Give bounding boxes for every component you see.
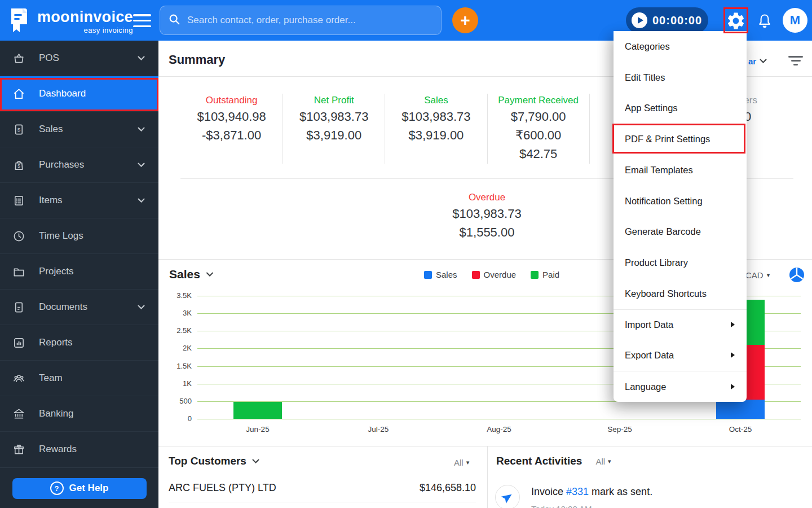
sidebar-item-label: Team xyxy=(39,373,63,384)
x-axis-label: Jul-25 xyxy=(318,425,439,433)
y-tick-label: 2K xyxy=(162,344,192,352)
sales-chart-title: Sales xyxy=(169,268,200,281)
menu-item-app-settings[interactable]: App Settings xyxy=(614,93,747,124)
sidebar-item-dashboard[interactable]: Dashboard xyxy=(0,76,158,112)
submenu-arrow-icon xyxy=(730,350,735,361)
filter-label: All xyxy=(454,458,464,467)
sidebar-item-banking[interactable]: Banking xyxy=(0,396,158,432)
menu-item-edit-titles[interactable]: Edit Titles xyxy=(614,62,747,93)
sidebar-item-items[interactable]: Items xyxy=(0,183,158,218)
metric-value: ₹600.00 xyxy=(488,126,589,144)
top-customer-row[interactable]: ARC FUELS (PTY) LTD $146,658.10 xyxy=(169,482,476,502)
legend-item-sales: Sales xyxy=(424,270,457,279)
activity-item[interactable]: Invoice #331 mark as sent. Today 12:00 A… xyxy=(495,485,652,508)
currency-dropdown[interactable]: CAD ▾ xyxy=(745,270,770,280)
settings-gear-icon[interactable] xyxy=(726,11,746,31)
gridline xyxy=(197,419,801,419)
metric-outstanding: Outstanding $103,940.98 -$3,871.00 xyxy=(180,94,283,164)
metric-label: Sales xyxy=(385,94,487,107)
menu-item-notification-setting[interactable]: Notification Setting xyxy=(614,186,747,217)
menu-item-generate-barcode[interactable]: Generate Barcode xyxy=(614,217,747,248)
quick-add-button[interactable]: + xyxy=(452,7,478,33)
chevron-down-icon xyxy=(138,301,145,313)
chevron-down-icon xyxy=(138,124,145,135)
timer-widget[interactable]: 00:00:00 xyxy=(626,7,708,33)
filter-icon[interactable] xyxy=(788,56,803,65)
sidebar-item-label: Purchases xyxy=(39,159,84,170)
metric-value: $7,790.00 xyxy=(488,107,589,126)
sidebar-item-pos[interactable]: POS xyxy=(0,41,158,76)
chevron-down-icon xyxy=(138,159,145,170)
sidebar-item-label: Dashboard xyxy=(39,88,86,99)
bar-segment-sales-Oct-25[interactable] xyxy=(716,400,765,419)
invoice-link[interactable]: #331 xyxy=(566,486,589,497)
legend-label: Overdue xyxy=(484,270,517,279)
settings-dropdown-menu: Categories Edit Titles App Settings PDF … xyxy=(614,31,747,402)
sidebar-item-purchases[interactable]: $ Purchases xyxy=(0,147,158,183)
svg-text:$: $ xyxy=(17,164,20,169)
metric-value: -$3,871.00 xyxy=(180,126,283,144)
y-tick-label: 3K xyxy=(162,309,192,317)
sidebar-item-label: Sales xyxy=(39,124,63,135)
x-axis-label: Sep-25 xyxy=(559,425,680,433)
metric-value: $103,940.98 xyxy=(180,107,283,126)
sidebar-item-label: Reports xyxy=(39,337,73,348)
y-tick-label: 0 xyxy=(162,414,192,423)
period-dropdown[interactable]: ar xyxy=(748,56,767,66)
invoice-logo-icon xyxy=(8,7,32,36)
menu-item-keyboard-shortcuts[interactable]: Keyboard Shortcuts xyxy=(614,278,747,309)
activity-text: Invoice #331 mark as sent. xyxy=(531,486,652,498)
divider xyxy=(158,446,812,446)
sidebar-item-rewards[interactable]: Rewards xyxy=(0,432,158,467)
summary-title: Summary xyxy=(169,52,225,67)
sidebar-item-documents[interactable]: Documents xyxy=(0,290,158,325)
brand-logo[interactable]: mooninvoice easy invoicing xyxy=(8,7,133,36)
legend-item-overdue: Overdue xyxy=(472,270,517,279)
sidebar-item-projects[interactable]: Projects xyxy=(0,254,158,290)
brand-name: mooninvoice xyxy=(37,10,133,25)
question-mark-icon: ? xyxy=(50,481,64,495)
menu-item-categories[interactable]: Categories xyxy=(614,31,747,62)
play-icon[interactable] xyxy=(632,12,647,28)
chevron-down-icon xyxy=(138,52,145,64)
bar-segment-paid-Jun-25[interactable] xyxy=(233,402,282,419)
chevron-down-icon xyxy=(252,459,259,464)
sidebar-item-team[interactable]: Team xyxy=(0,361,158,396)
menu-item-import-data[interactable]: Import Data xyxy=(614,309,747,340)
menu-item-product-library[interactable]: Product Library xyxy=(614,247,747,278)
top-customers-header[interactable]: Top Customers xyxy=(169,455,259,467)
chevron-down-icon xyxy=(760,59,767,64)
top-customers-filter[interactable]: All ▾ xyxy=(454,458,469,467)
legend-swatch xyxy=(531,271,539,279)
sidebar-item-label: POS xyxy=(39,52,59,64)
pie-chart-toggle-icon[interactable] xyxy=(789,267,805,283)
sidebar-item-reports[interactable]: Reports xyxy=(0,325,158,361)
y-tick-label: 2.5K xyxy=(162,326,192,335)
get-help-button[interactable]: ? Get Help xyxy=(12,478,147,499)
menu-item-language[interactable]: Language xyxy=(614,371,747,402)
send-plane-icon xyxy=(495,485,520,508)
submenu-arrow-icon xyxy=(730,382,735,392)
sidebar-item-label: Rewards xyxy=(39,444,77,455)
chart-legend: Sales Overdue Paid xyxy=(424,270,559,279)
menu-item-email-templates[interactable]: Email Templates xyxy=(614,155,747,186)
global-search[interactable] xyxy=(160,6,442,35)
notifications-bell-icon[interactable] xyxy=(757,12,773,30)
user-avatar[interactable]: M xyxy=(783,8,807,33)
recent-activities-filter[interactable]: All ▾ xyxy=(595,457,611,466)
sales-chart-header[interactable]: Sales xyxy=(169,268,214,281)
sidebar-item-sales[interactable]: $ Sales xyxy=(0,112,158,147)
search-input[interactable] xyxy=(186,14,433,27)
metric-value: $3,919.00 xyxy=(283,126,385,144)
recent-activities-title: Recent Activities xyxy=(496,455,582,467)
metric-label: Outstanding xyxy=(180,94,283,107)
brand-tagline: easy invoicing xyxy=(37,27,133,34)
hamburger-menu-icon[interactable] xyxy=(133,14,151,27)
metric-label: Payment Received xyxy=(488,94,589,107)
metric-value: $103,983.73 xyxy=(385,107,487,126)
sidebar-item-time-logs[interactable]: Time Logs xyxy=(0,218,158,254)
legend-item-paid: Paid xyxy=(531,270,559,279)
menu-item-export-data[interactable]: Export Data xyxy=(614,340,747,371)
menu-item-pdf-print-settings[interactable]: PDF & Print Settings xyxy=(614,124,747,155)
legend-swatch xyxy=(424,271,432,279)
